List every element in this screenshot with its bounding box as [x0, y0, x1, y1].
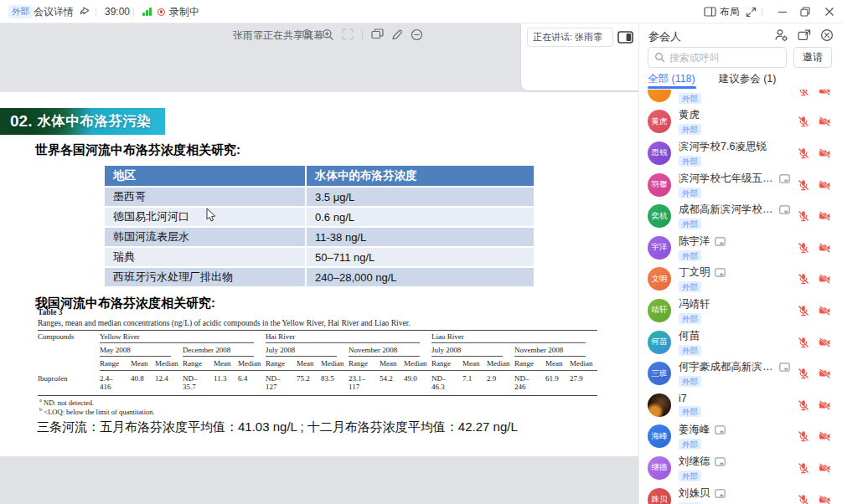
layout-icon [704, 7, 716, 17]
avatar-initials: 海峰 [652, 431, 668, 442]
close-window-button[interactable] [824, 0, 834, 23]
participant-row[interactable]: 周...外部 [639, 90, 842, 106]
restore-button[interactable] [800, 0, 810, 23]
participant-row[interactable]: 思锐滨河学校7.6凌思锐外部 [639, 137, 842, 169]
mic-muted-icon[interactable] [798, 147, 809, 159]
participant-avatar: 继德 [648, 456, 671, 480]
camera-off-icon[interactable] [819, 273, 831, 285]
mic-muted-icon [798, 147, 809, 159]
paper-stat-header: Mean [380, 357, 404, 371]
participant-avatar: 姝贝 [648, 488, 671, 504]
camera-off-icon[interactable] [819, 210, 831, 222]
restore-icon [800, 7, 810, 17]
camera-off-icon[interactable] [819, 305, 831, 316]
world-table-header-row: 地区水体中的布洛芬浓度 [105, 166, 534, 187]
video-view-toggle[interactable] [617, 31, 633, 47]
camera-off-icon[interactable] [819, 90, 831, 96]
mic-muted-icon [798, 430, 809, 442]
participant-row[interactable]: 继德刘继德外部 [639, 452, 842, 484]
minimize-button[interactable] [777, 0, 788, 23]
mic-muted-icon[interactable] [798, 273, 809, 285]
participant-row[interactable]: 黄虎黄虎外部 [639, 106, 842, 138]
camera-off-icon[interactable] [819, 399, 831, 411]
mic-muted-icon[interactable] [798, 305, 809, 316]
camera-off-icon[interactable] [819, 337, 831, 348]
participant-row[interactable]: 何苗何苗外部 [639, 327, 842, 358]
meeting-details-button[interactable]: 会议详情 [34, 0, 74, 23]
camera-off-icon[interactable] [819, 368, 831, 379]
participant-row[interactable]: 姝贝刘姝贝外部 [639, 484, 842, 504]
annotate-pen-icon[interactable] [391, 28, 403, 40]
participant-name: 成都高新滨河学校8.4班李奕杭 [679, 203, 775, 217]
mic-muted-icon[interactable] [798, 462, 809, 474]
switch-window-icon[interactable] [371, 28, 384, 40]
world-table-row: 韩国河流表层水11-38 ng/L [105, 227, 534, 247]
participant-name: 何宇豪成都高新滨河学校七... [679, 360, 775, 374]
mic-muted-icon[interactable] [798, 337, 809, 348]
mic-muted-icon[interactable] [798, 210, 809, 222]
tab-suggested-participants[interactable]: 建议参会 (1) [719, 72, 777, 86]
camera-off-icon[interactable] [819, 494, 831, 504]
popout-panel-icon[interactable] [798, 29, 811, 42]
fullscreen-button[interactable] [746, 0, 757, 23]
external-badge-label: 外部 [8, 5, 33, 18]
paper-value-cell: ND– 246 [514, 371, 545, 396]
camera-off-icon[interactable] [819, 116, 831, 127]
camera-off-icon[interactable] [819, 147, 831, 159]
shared-window-icon [715, 237, 726, 246]
mic-muted-icon[interactable] [798, 494, 809, 504]
participant-row[interactable]: 羽馨滨河学校七年级五班沈羽馨外部 [639, 169, 842, 201]
invite-button[interactable]: 邀请 [793, 47, 832, 68]
close-panel-icon[interactable] [820, 28, 834, 42]
mic-muted-icon[interactable] [798, 90, 809, 96]
paper-table-label: Table 3 [38, 308, 62, 316]
participant-row[interactable]: 奕杭成都高新滨河学校8.4班李奕杭外部 [639, 200, 842, 232]
mic-muted-icon[interactable] [798, 399, 809, 411]
mic-muted-icon [798, 337, 809, 348]
external-tag: 外部 [679, 281, 701, 292]
panel-title: 参会人 [648, 29, 681, 44]
avatar-initials: 三班 [652, 368, 668, 379]
paper-stat-header: Mean [214, 357, 238, 371]
participant-avatar: 靖轩 [648, 299, 671, 322]
search-input[interactable] [669, 52, 770, 64]
participant-avatar: 奕杭 [648, 204, 671, 228]
participant-row[interactable]: 宇洋陈宇洋外部 [639, 232, 842, 264]
share-meeting-icon[interactable] [80, 0, 90, 23]
avatar-initials: 姝贝 [652, 494, 668, 504]
mic-muted-icon[interactable] [798, 242, 809, 254]
shared-window-icon [779, 363, 790, 372]
participant-row[interactable]: 海峰姜海峰外部 [639, 421, 842, 453]
manage-members-icon[interactable] [774, 28, 788, 42]
shared-window-icon [715, 237, 726, 246]
camera-off-icon[interactable] [819, 430, 831, 442]
share-toolbar: | [302, 26, 423, 43]
avatar-initials: 思锐 [652, 147, 668, 158]
mic-muted-icon [798, 305, 809, 316]
camera-off-icon[interactable] [819, 179, 831, 191]
mic-muted-icon[interactable] [798, 430, 809, 442]
participant-row[interactable]: 靖轩冯靖轩外部 [639, 295, 842, 327]
paper-value-cell: 2.9 [487, 371, 514, 396]
shared-window-icon [715, 457, 726, 466]
camera-off-icon [819, 337, 831, 348]
paper-stat-header: Mean [462, 357, 487, 371]
paper-period-header: November 2008 [349, 344, 431, 357]
camera-off-icon[interactable] [819, 242, 831, 254]
participant-search[interactable] [648, 47, 787, 68]
paper-value-cell: ND– 35.7 [183, 371, 214, 396]
shared-slide: 02. 水体中布洛芬污染 世界各国河流中布洛芬浓度相关研究: 地区水体中的布洛芬… [0, 92, 638, 456]
hide-toolbar-icon[interactable] [411, 28, 423, 41]
participant-row[interactable]: i7外部 [639, 389, 842, 421]
mic-muted-icon[interactable] [798, 116, 809, 127]
mic-muted-icon[interactable] [798, 179, 809, 191]
zoom-in-icon[interactable] [322, 28, 334, 41]
layout-button[interactable]: 布局 [704, 0, 740, 23]
mic-muted-icon[interactable] [798, 368, 809, 379]
camera-off-icon[interactable] [819, 462, 831, 474]
participant-row[interactable]: 文明丁文明外部 [639, 264, 842, 296]
recording-indicator[interactable]: 录制中 [158, 0, 199, 23]
tab-all-participants[interactable]: 全部 (118) [648, 72, 695, 86]
participant-row[interactable]: 三班何宇豪成都高新滨河学校七...外部 [639, 357, 842, 389]
zoom-out-icon[interactable] [302, 28, 314, 41]
